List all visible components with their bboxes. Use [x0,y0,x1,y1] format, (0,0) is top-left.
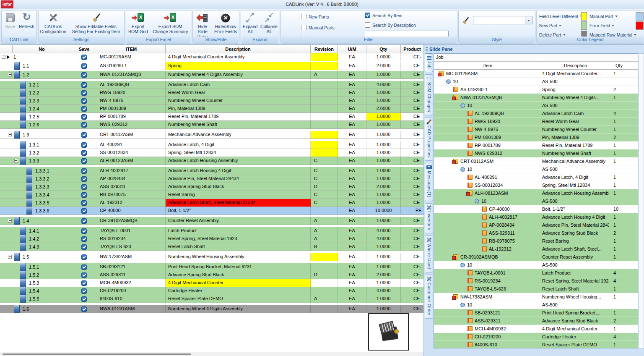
expand-box[interactable] [8,73,12,76]
slide-row-ass-029311[interactable]: ASS-029311Advance Spring Stud Black2 [434,317,638,325]
row-handle[interactable] [20,157,26,165]
save-checkbox[interactable] [81,244,87,250]
slide-row-sb-0293121[interactable]: SB-0293121Print Head Spring Bracket,...1 [434,309,638,317]
row-handle[interactable] [20,287,26,295]
bom-row-1.3.3.1[interactable]: 1.3.3.1ALH-4002817Advance Latch Housing … [0,167,423,175]
save-checkbox[interactable] [81,236,87,242]
save-checkbox[interactable] [81,106,87,112]
tab-cad-properties[interactable]: CAD Properties [425,118,433,161]
header-qty[interactable]: Qty [366,45,401,53]
combo-dropdown-button[interactable] [525,16,532,24]
header-um[interactable]: U/M [338,45,366,53]
save-checkbox[interactable] [81,122,87,128]
new-part-legend-item[interactable]: New Part [539,21,561,30]
slide-row-tayqb-l-0001[interactable]: TAYQB-L-0001Latch Product4 [434,269,638,277]
save-checkbox[interactable] [81,306,87,312]
row-handle[interactable] [20,121,26,128]
slide-row-ass-029311[interactable]: ASS-029311Advance Spring Stud Black2 [434,229,638,237]
header-product[interactable]: Product [401,45,423,53]
tab-bom-changes[interactable]: BOM Changes [425,74,433,115]
bom-row-1.2.2[interactable]: 1.2.2RWG-18920Reset Worm GearEA1.0000CE- [0,89,423,97]
save-checkbox[interactable] [81,63,87,69]
new-parts-checkbox[interactable] [301,14,306,19]
bom-row-1.5.2[interactable]: 1.5.2ASS-029311Advance Spring Stud Black… [0,271,423,279]
save-checkbox[interactable] [81,280,87,286]
bom-row-1.5.1[interactable]: 1.5.1SB-0293121Print Head Spring Bracket… [0,263,423,271]
row-handle[interactable] [20,227,26,235]
tab-where-used[interactable]: Where Used [425,236,433,272]
row-handle[interactable] [26,207,32,215]
save-checkbox[interactable] [81,114,87,120]
slide-row-alh-4002817[interactable]: ALH-4002817Advance Latch Housing 4 Digit… [434,213,638,221]
bom-row-1.4.2[interactable]: 1.4.2RS-0019234Reset Spring, Steel Mater… [0,235,423,243]
style-combo-input[interactable] [473,16,525,24]
slide-row-mch-4m00932[interactable]: MCH-4M009324 Digit Mechanical Counter1 [434,325,638,333]
expand-box[interactable] [14,159,18,162]
save-checkbox[interactable] [81,218,87,224]
row-handle[interactable] [20,81,26,89]
hide-slide-pane-button[interactable]: Hide Slide Pane [193,11,212,37]
row-handle[interactable] [26,167,32,175]
search-by-item-checkbox[interactable] [365,13,370,18]
bom-row-1.4.1[interactable]: 1.4.1TAYQB-L-0001Latch ProductAEA4.0000C… [0,227,423,235]
save-checkbox[interactable] [81,82,87,88]
slide-row-rwg-18920[interactable]: RWG-18920Reset Worm Gear1 [434,118,638,126]
save-checkbox[interactable] [81,184,87,190]
save-checkbox[interactable] [81,98,87,104]
save-checkbox[interactable] [81,158,87,164]
refresh-button[interactable]: Refresh [18,11,36,37]
row-handle[interactable] [14,71,20,79]
save-checkbox[interactable] [81,55,87,60]
slide-row-rb-0978075[interactable]: RB-0978075Reset Baring1 [434,237,638,245]
row-handle[interactable] [20,295,26,303]
slide-row-cp-40000[interactable]: CP-40000Bolt, 1-1/2"10 [434,205,638,213]
slide-row-as-019280-1[interactable]: AS-019280-1Spring2 [434,86,638,94]
save-checkbox[interactable] [81,208,87,214]
bom-row-1.5.4[interactable]: 1.5.4CH-0219200Cartridge HeaterEA4.0000C… [0,287,423,295]
slide-row-al-192312[interactable]: AL-192312Advance Latch Shaft, Steel...1 [434,245,638,253]
row-handle[interactable] [20,105,26,113]
bom-row-1[interactable]: 1MC-00129ASM4 Digit Mechanical Counter A… [0,53,423,61]
manual-part-legend-item[interactable]: Manual Part [589,12,618,21]
row-handle[interactable] [20,149,26,157]
slide-row-rp-0001789[interactable]: RP-0001789Reset Pin, Material 17891 [434,141,638,149]
slide-row-nws-029312[interactable]: NWS-029312Numbering Wheel Shaft1 [434,149,638,157]
tab-customer-order[interactable]: Customer Order [425,275,433,319]
bom-row-1.3.1[interactable]: 1.3.1AL-400291Advance Latch, 4 DigitEA1.… [0,141,423,149]
slide-row-mc-00129asm[interactable]: MC-00129ASM4 Digit Mechanical Counter...… [434,70,638,78]
row-handle[interactable] [14,131,20,139]
header-description[interactable]: Description [166,45,311,53]
tab-inventory[interactable]: Inventory [425,203,433,234]
expand-box[interactable] [8,219,12,222]
save-checkbox[interactable] [81,168,87,174]
bom-row-1.1[interactable]: 1.1AS-019280-1SpringEA2.0000CE- [0,62,423,70]
pane-drag-handle[interactable] [426,47,428,52]
bom-row-1.4[interactable]: 1.4CR-39102ASMQBCounter Reset AssemblyAE… [0,217,423,225]
slide-row-alh-08123asm[interactable]: ALH-08123ASMAdvance Latch Housing Assemb… [434,189,638,197]
bom-row-1.3.3.2[interactable]: 1.3.3.2AP-0028434Advance Pin, Steel Mate… [0,175,423,183]
tab-job[interactable]: Job [425,53,433,72]
bom-row-1.6[interactable]: 1.6NWA-01231ASMNumbering Wheel 4 Digits … [0,305,423,313]
row-handle[interactable] [20,271,26,279]
header-item[interactable]: ITEM [97,45,166,53]
slide-row-nwa-01231asmqb[interactable]: NWA-01231ASMQBNumbering Wheel 4 Digits..… [434,94,638,102]
horizontal-scrollbar-thumb[interactable] [3,353,191,355]
bom-row-1.3.3.5[interactable]: 1.3.3.5AL-192312Advance Latch Shaft, Ste… [0,199,423,207]
row-handle[interactable] [20,141,26,149]
save-checkbox[interactable] [81,228,87,234]
bom-row-1.3.3.4[interactable]: 1.3.3.4RB-0978075Reset BaringCEA1.0000CE… [0,191,423,199]
slide-row-ch-0219200[interactable]: CH-0219200Cartridge Heater4 [434,333,638,341]
row-handle[interactable] [20,89,26,97]
bom-row-1.2[interactable]: 1.2NWA-01231ASMQBNumbering Wheel 4 Digit… [0,71,423,79]
save-checkbox[interactable] [81,90,87,96]
save-checkbox[interactable] [81,296,87,302]
bom-row-1.3.3.3[interactable]: 1.3.3.3ASS-029311Advance Spring Stud Bla… [0,183,423,191]
expand-box[interactable] [8,133,12,136]
slide-row-al-400291[interactable]: AL-400291Advance Latch, 4 Digit1 [434,173,638,181]
bom-row-1.5[interactable]: 1.5NW-17382ASMNumbering Wheel Housing As… [0,253,423,261]
bom-row-1.3.3[interactable]: 1.3.3ALH-08123ASMAdvance Latch Housing A… [0,157,423,165]
slide-row-10[interactable]: 10AS-500 [434,197,638,205]
collapse-all-button[interactable]: Collapse All [259,11,279,37]
header-save[interactable]: Save [71,45,97,53]
error-field-legend-item[interactable]: Error Field [589,21,614,30]
